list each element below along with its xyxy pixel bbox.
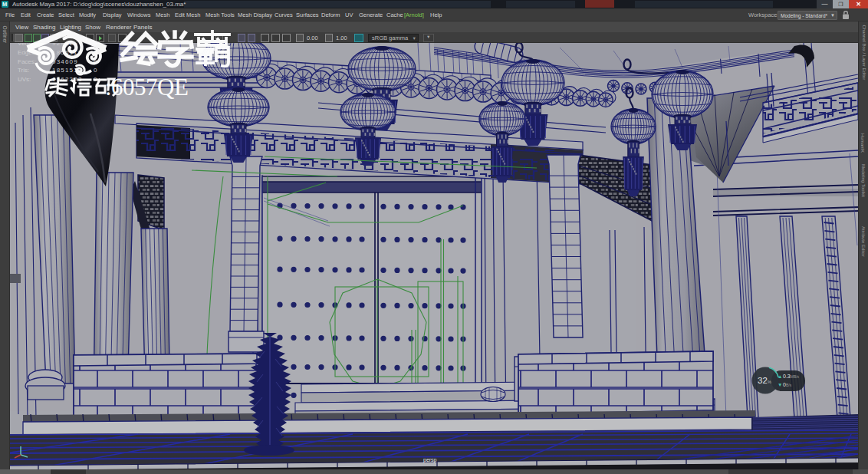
svg-text::6057QE: :6057QE — [105, 74, 188, 100]
svg-text:%: % — [768, 380, 771, 384]
svg-text:▲: ▲ — [778, 374, 782, 379]
svg-text:0.3MB/s: 0.3MB/s — [783, 374, 800, 379]
svg-text:0B/s: 0B/s — [783, 382, 792, 387]
svg-text:32: 32 — [758, 376, 768, 385]
svg-text:▼: ▼ — [778, 382, 782, 387]
